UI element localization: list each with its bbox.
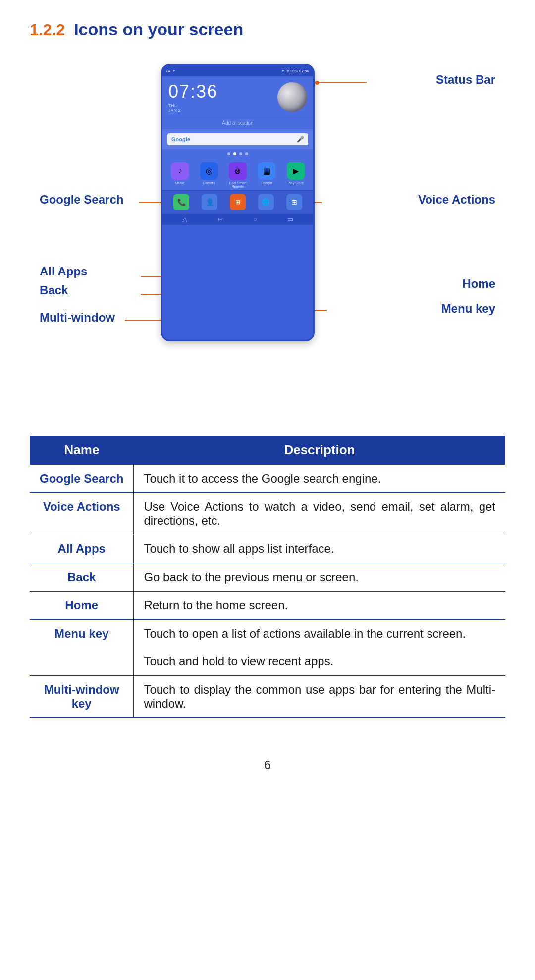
section-number: 1.2.2 [30, 21, 65, 39]
signal-icon: ▪▪▪ [166, 69, 171, 73]
music-label: Music [175, 181, 184, 185]
row-desc-back: Go back to the previous menu or screen. [134, 563, 505, 592]
app-icons-row: ♪ Music ◎ Camera ⊗ Peel Smart Remote ▦ R… [162, 158, 313, 190]
row-desc-all-apps: Touch to show all apps list interface. [134, 535, 505, 563]
app-icon-peel[interactable]: ⊗ Peel Smart Remote [225, 162, 250, 188]
app-icon-rangle[interactable]: ▦ Rangle [254, 162, 279, 188]
app-icon-music[interactable]: ♪ Music [167, 162, 192, 188]
playstore-label: Play Store [288, 181, 304, 185]
row-name-voice-actions: Voice Actions [30, 493, 134, 535]
google-logo: Google [171, 136, 190, 142]
home-bottom-button[interactable]: ○ [253, 216, 257, 223]
google-search-input[interactable]: Google 🎤 [167, 133, 308, 145]
row-name-google-search: Google Search [30, 465, 134, 493]
annotation-back: Back [40, 283, 68, 297]
clock-time: 07:36 [168, 81, 272, 102]
table-row-multi-window: Multi-windowkey Touch to display the com… [30, 676, 505, 718]
time-icon: 07:50 [299, 69, 309, 73]
row-desc-home: Return to the home screen. [134, 592, 505, 620]
row-name-menu-key: Menu key [30, 620, 134, 676]
annotation-google-search: Google Search [40, 193, 123, 207]
wifi-icon: ✦ [172, 69, 176, 73]
clock-widget: 07:36 THU JAN 2 [162, 76, 313, 117]
col-header-name: Name [30, 436, 134, 465]
annotation-multi-window: Multi-window [40, 311, 115, 325]
status-bar: ▪▪▪ ✦ ✦ 100%▪ 07:50 [162, 65, 313, 76]
dot-2 [233, 152, 236, 155]
app-dots [162, 149, 313, 158]
google-search-area: Google 🎤 [162, 129, 313, 149]
location-bar: Add a location [162, 117, 313, 129]
peel-label: Peel Smart Remote [225, 181, 250, 188]
annotation-menu-key: Menu key [441, 302, 495, 316]
row-desc-menu-key: Touch to open a list of actions availabl… [134, 620, 505, 676]
svg-point-1 [315, 81, 319, 85]
col-header-description: Description [134, 436, 505, 465]
phone-mockup: ▪▪▪ ✦ ✦ 100%▪ 07:50 07:36 THU JAN 2 [161, 64, 315, 341]
diagram-area: Status Bar Google Search Voice Actions A… [30, 59, 505, 396]
nav-home-button[interactable]: ⊞ [230, 194, 246, 210]
table-row-home: Home Return to the home screen. [30, 592, 505, 620]
mic-icon[interactable]: 🎤 [297, 136, 304, 143]
music-icon: ♪ [171, 162, 189, 180]
row-name-home: Home [30, 592, 134, 620]
bottom-strip: △ ↩ ○ ▭ [162, 214, 313, 225]
battery-icon: 100%▪ [286, 69, 298, 73]
table-row-back: Back Go back to the previous menu or scr… [30, 563, 505, 592]
back-button[interactable]: ↩ [217, 216, 223, 223]
app-icon-camera[interactable]: ◎ Camera [197, 162, 221, 188]
nav-grid-button[interactable]: ⊞ [286, 194, 302, 210]
table-row-all-apps: All Apps Touch to show all apps list int… [30, 535, 505, 563]
multiwindow-button[interactable]: △ [182, 216, 187, 223]
info-table: Name Description Google Search Touch it … [30, 436, 505, 718]
clock-text: 07:36 THU JAN 2 [168, 81, 272, 113]
row-desc-voice-actions: Use Voice Actions to watch a video, send… [134, 493, 505, 535]
page-number: 6 [30, 748, 505, 783]
dot-3 [239, 152, 242, 155]
dot-1 [227, 152, 230, 155]
dot-4 [245, 152, 248, 155]
table-row-menu-key: Menu key Touch to open a list of actions… [30, 620, 505, 676]
camera-icon: ◎ [200, 162, 218, 180]
nav-bar: 📞 👤 ⊞ 🌐 ⊞ [162, 190, 313, 214]
row-desc-multi-window: Touch to display the common use apps bar… [134, 676, 505, 718]
clock-date: THU JAN 2 [168, 103, 272, 113]
annotation-all-apps: All Apps [40, 265, 87, 278]
table-row-voice-actions: Voice Actions Use Voice Actions to watch… [30, 493, 505, 535]
row-desc-google-search: Touch it to access the Google search eng… [134, 465, 505, 493]
moon-icon [277, 82, 307, 112]
nav-contacts-button[interactable]: 👤 [202, 194, 217, 210]
section-title: Icons on your screen [74, 20, 243, 39]
nav-globe-button[interactable]: 🌐 [258, 194, 274, 210]
rangle-icon: ▦ [258, 162, 275, 180]
camera-label: Camera [203, 181, 215, 185]
status-bar-right: ✦ 100%▪ 07:50 [281, 69, 309, 73]
annotation-home: Home [462, 277, 495, 291]
rangle-label: Rangle [261, 181, 272, 185]
menu-bottom-button[interactable]: ▭ [287, 216, 293, 223]
row-name-back: Back [30, 563, 134, 592]
peel-icon: ⊗ [229, 162, 247, 180]
row-name-multi-window: Multi-windowkey [30, 676, 134, 718]
annotation-status-bar: Status Bar [436, 73, 495, 87]
nav-phone-button[interactable]: 📞 [173, 194, 189, 210]
row-name-all-apps: All Apps [30, 535, 134, 563]
annotation-voice-actions: Voice Actions [418, 193, 495, 207]
bluetooth-icon: ✦ [281, 69, 285, 73]
app-icon-playstore[interactable]: ▶ Play Store [283, 162, 308, 188]
table-row-google-search: Google Search Touch it to access the Goo… [30, 465, 505, 493]
status-bar-left: ▪▪▪ ✦ [166, 69, 176, 73]
playstore-icon: ▶ [287, 162, 305, 180]
